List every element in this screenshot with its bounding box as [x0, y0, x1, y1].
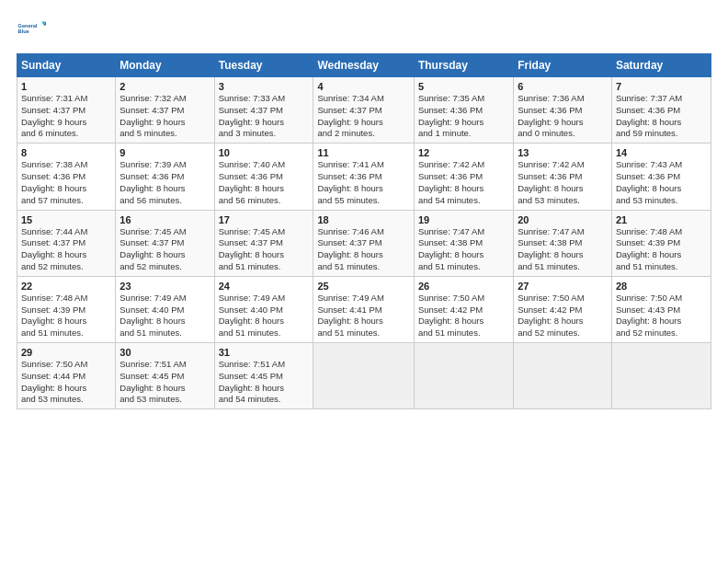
day-detail: Sunrise: 7:45 AM Sunset: 4:37 PM Dayligh… [219, 226, 310, 273]
day-number: 1 [21, 81, 111, 92]
day-number: 4 [317, 81, 409, 92]
day-detail: Sunrise: 7:35 AM Sunset: 4:36 PM Dayligh… [418, 93, 509, 140]
day-number: 21 [616, 214, 707, 225]
col-header-sunday: Sunday [17, 54, 116, 77]
svg-text:Blue: Blue [18, 29, 29, 34]
day-cell: 27Sunrise: 7:50 AM Sunset: 4:42 PM Dayli… [514, 276, 612, 342]
day-detail: Sunrise: 7:50 AM Sunset: 4:42 PM Dayligh… [518, 293, 608, 339]
day-cell: 10Sunrise: 7:40 AM Sunset: 4:36 PM Dayli… [214, 144, 313, 210]
day-detail: Sunrise: 7:49 AM Sunset: 4:41 PM Dayligh… [317, 293, 409, 339]
day-detail: Sunrise: 7:42 AM Sunset: 4:36 PM Dayligh… [418, 159, 509, 206]
day-detail: Sunrise: 7:47 AM Sunset: 4:38 PM Dayligh… [518, 226, 608, 273]
day-detail: Sunrise: 7:34 AM Sunset: 4:37 PM Dayligh… [317, 93, 409, 140]
day-number: 5 [418, 81, 509, 92]
day-cell: 15Sunrise: 7:44 AM Sunset: 4:37 PM Dayli… [17, 210, 116, 276]
day-cell: 19Sunrise: 7:47 AM Sunset: 4:38 PM Dayli… [414, 210, 513, 276]
day-cell: 29Sunrise: 7:50 AM Sunset: 4:44 PM Dayli… [17, 343, 116, 409]
day-number: 3 [219, 81, 310, 92]
day-cell: 5Sunrise: 7:35 AM Sunset: 4:36 PM Daylig… [414, 77, 513, 144]
day-number: 10 [219, 147, 310, 158]
day-number: 25 [317, 281, 409, 292]
day-detail: Sunrise: 7:49 AM Sunset: 4:40 PM Dayligh… [119, 293, 210, 339]
day-cell: 8Sunrise: 7:38 AM Sunset: 4:36 PM Daylig… [17, 144, 116, 210]
day-detail: Sunrise: 7:47 AM Sunset: 4:38 PM Dayligh… [418, 226, 509, 273]
col-header-saturday: Saturday [611, 54, 711, 77]
day-cell: 20Sunrise: 7:47 AM Sunset: 4:38 PM Dayli… [514, 210, 612, 276]
day-detail: Sunrise: 7:39 AM Sunset: 4:36 PM Dayligh… [119, 159, 210, 206]
day-cell: 1Sunrise: 7:31 AM Sunset: 4:37 PM Daylig… [17, 77, 116, 144]
logo-svg: General Blue [17, 15, 46, 44]
day-number: 23 [119, 281, 210, 292]
day-cell: 12Sunrise: 7:42 AM Sunset: 4:36 PM Dayli… [414, 144, 513, 210]
day-cell: 14Sunrise: 7:43 AM Sunset: 4:36 PM Dayli… [611, 144, 711, 210]
day-detail: Sunrise: 7:46 AM Sunset: 4:37 PM Dayligh… [317, 226, 409, 273]
col-header-wednesday: Wednesday [313, 54, 414, 77]
col-header-tuesday: Tuesday [214, 54, 313, 77]
day-number: 13 [518, 147, 608, 158]
day-detail: Sunrise: 7:51 AM Sunset: 4:45 PM Dayligh… [219, 359, 310, 406]
day-detail: Sunrise: 7:50 AM Sunset: 4:42 PM Dayligh… [418, 293, 509, 339]
day-detail: Sunrise: 7:48 AM Sunset: 4:39 PM Dayligh… [616, 226, 707, 273]
day-number: 14 [616, 147, 707, 158]
day-detail: Sunrise: 7:41 AM Sunset: 4:36 PM Dayligh… [317, 159, 409, 206]
day-number: 24 [219, 281, 310, 292]
day-cell [514, 343, 612, 409]
day-cell: 18Sunrise: 7:46 AM Sunset: 4:37 PM Dayli… [313, 210, 414, 276]
day-cell [414, 343, 513, 409]
week-row-3: 15Sunrise: 7:44 AM Sunset: 4:37 PM Dayli… [17, 210, 711, 276]
day-number: 28 [616, 281, 707, 292]
day-detail: Sunrise: 7:43 AM Sunset: 4:36 PM Dayligh… [616, 159, 707, 206]
day-number: 27 [518, 281, 608, 292]
day-cell: 30Sunrise: 7:51 AM Sunset: 4:45 PM Dayli… [116, 343, 214, 409]
calendar: SundayMondayTuesdayWednesdayThursdayFrid… [17, 53, 711, 409]
day-number: 30 [119, 347, 210, 358]
day-detail: Sunrise: 7:31 AM Sunset: 4:37 PM Dayligh… [21, 93, 111, 140]
day-number: 2 [119, 81, 210, 92]
day-detail: Sunrise: 7:48 AM Sunset: 4:39 PM Dayligh… [21, 293, 111, 339]
week-row-4: 22Sunrise: 7:48 AM Sunset: 4:39 PM Dayli… [17, 276, 711, 342]
day-number: 19 [418, 214, 509, 225]
day-cell: 26Sunrise: 7:50 AM Sunset: 4:42 PM Dayli… [414, 276, 513, 342]
day-cell: 6Sunrise: 7:36 AM Sunset: 4:36 PM Daylig… [514, 77, 612, 144]
day-detail: Sunrise: 7:32 AM Sunset: 4:37 PM Dayligh… [119, 93, 210, 140]
day-number: 26 [418, 281, 509, 292]
day-detail: Sunrise: 7:42 AM Sunset: 4:36 PM Dayligh… [518, 159, 608, 206]
day-number: 11 [317, 147, 409, 158]
day-cell: 7Sunrise: 7:37 AM Sunset: 4:36 PM Daylig… [611, 77, 711, 144]
day-cell: 22Sunrise: 7:48 AM Sunset: 4:39 PM Dayli… [17, 276, 116, 342]
day-cell [611, 343, 711, 409]
day-cell: 4Sunrise: 7:34 AM Sunset: 4:37 PM Daylig… [313, 77, 414, 144]
day-cell: 31Sunrise: 7:51 AM Sunset: 4:45 PM Dayli… [214, 343, 313, 409]
day-cell: 28Sunrise: 7:50 AM Sunset: 4:43 PM Dayli… [611, 276, 711, 342]
header: General Blue [17, 15, 711, 44]
day-cell: 21Sunrise: 7:48 AM Sunset: 4:39 PM Dayli… [611, 210, 711, 276]
day-detail: Sunrise: 7:50 AM Sunset: 4:44 PM Dayligh… [21, 359, 111, 406]
day-number: 31 [219, 347, 310, 358]
col-header-monday: Monday [116, 54, 214, 77]
day-number: 29 [21, 347, 111, 358]
page: General Blue SundayMondayTuesdayWednesda… [0, 0, 728, 563]
day-number: 9 [119, 147, 210, 158]
week-row-2: 8Sunrise: 7:38 AM Sunset: 4:36 PM Daylig… [17, 144, 711, 210]
day-number: 20 [518, 214, 608, 225]
day-cell [313, 343, 414, 409]
day-number: 17 [219, 214, 310, 225]
day-number: 18 [317, 214, 409, 225]
day-detail: Sunrise: 7:50 AM Sunset: 4:43 PM Dayligh… [616, 293, 707, 339]
day-detail: Sunrise: 7:45 AM Sunset: 4:37 PM Dayligh… [119, 226, 210, 273]
col-header-thursday: Thursday [414, 54, 513, 77]
day-number: 8 [21, 147, 111, 158]
day-number: 6 [518, 81, 608, 92]
day-detail: Sunrise: 7:49 AM Sunset: 4:40 PM Dayligh… [219, 293, 310, 339]
day-detail: Sunrise: 7:40 AM Sunset: 4:36 PM Dayligh… [219, 159, 310, 206]
logo: General Blue [17, 15, 46, 44]
day-number: 12 [418, 147, 509, 158]
day-cell: 25Sunrise: 7:49 AM Sunset: 4:41 PM Dayli… [313, 276, 414, 342]
day-number: 22 [21, 281, 111, 292]
day-detail: Sunrise: 7:37 AM Sunset: 4:36 PM Dayligh… [616, 93, 707, 140]
day-cell: 2Sunrise: 7:32 AM Sunset: 4:37 PM Daylig… [116, 77, 214, 144]
day-detail: Sunrise: 7:36 AM Sunset: 4:36 PM Dayligh… [518, 93, 608, 140]
day-number: 7 [616, 81, 707, 92]
col-header-friday: Friday [514, 54, 612, 77]
day-cell: 17Sunrise: 7:45 AM Sunset: 4:37 PM Dayli… [214, 210, 313, 276]
